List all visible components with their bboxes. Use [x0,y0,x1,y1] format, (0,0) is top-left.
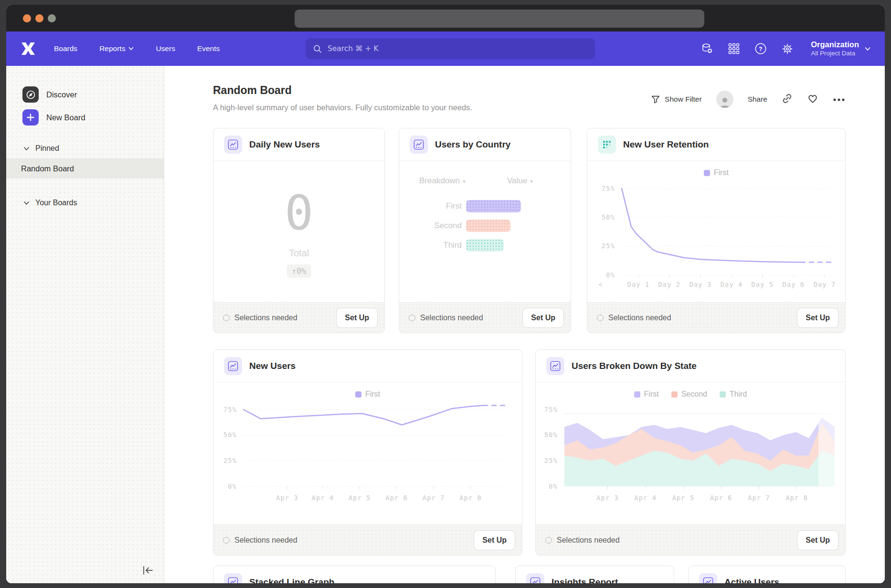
gear-icon[interactable] [781,42,794,55]
status-text: Selections needed [409,314,483,322]
insights-chart-icon [699,573,717,584]
sidebar-section-label: Your Boards [35,199,77,207]
card-users-by-country: Users by Country Breakdown▾ Value▾ First… [399,128,571,333]
board-actions: Show Filter Share [651,91,845,108]
apps-grid-icon[interactable] [728,42,740,55]
nav-reports[interactable]: Reports [99,44,134,53]
nav-events[interactable]: Events [197,44,220,53]
bar-first [466,200,521,212]
breakdown-dropdown[interactable]: Breakdown▾ [419,176,466,186]
more-options-button[interactable] [833,95,845,104]
data-settings-icon[interactable] [701,42,713,55]
sidebar-item-new-board[interactable]: New Board [6,106,164,129]
insights-chart-icon [526,573,544,584]
avatar[interactable] [716,91,733,108]
card-title: Active Users [724,577,779,584]
svg-text:50%: 50% [544,431,558,439]
card-header: New Users [213,350,522,382]
mixpanel-logo-glyph [21,42,36,55]
status-text: Selections needed [597,314,671,322]
sidebar-item-label: New Board [46,113,85,122]
card-insights-report: Insights Report [515,566,674,583]
card-footer: Selections needed Set Up [213,302,384,333]
svg-text:0%: 0% [549,483,558,490]
card-header: New User Retention [587,128,845,161]
svg-text:Day 2: Day 2 [658,281,681,288]
page-subtitle: A high-level summary of user behaviors. … [213,103,472,112]
card-daily-new-users: Daily New Users 0 Total ↑0% Selections n… [213,128,385,333]
set-up-button[interactable]: Set Up [797,530,838,550]
set-up-button[interactable]: Set Up [336,308,378,328]
sidebar-section-label: Pinned [35,144,59,153]
svg-text:25%: 25% [544,457,558,464]
link-icon [782,93,793,104]
svg-text:75%: 75% [544,406,558,413]
set-up-button[interactable]: Set Up [797,308,838,328]
search-bar[interactable] [306,38,595,59]
radio-circle-icon [409,315,415,321]
new-users-chart: 75%50%25%0%Apr 3Apr 4Apr 5Apr 6Apr 7Apr … [213,396,522,520]
nav-users[interactable]: Users [156,44,175,53]
svg-text:Day 4: Day 4 [721,281,743,288]
mixpanel-logo[interactable] [21,42,37,56]
svg-text:50%: 50% [602,213,615,221]
address-bar[interactable] [295,10,704,28]
card-header: Users Broken Down By State [536,350,845,382]
set-up-button[interactable]: Set Up [522,308,564,328]
card-title: Insights Report [552,577,618,584]
compass-icon [22,86,39,103]
country-row: Second [399,220,510,232]
search-input[interactable] [327,44,587,53]
show-filter-label: Show Filter [665,95,702,104]
org-switcher[interactable]: Organization All Project Data [811,40,870,58]
svg-text:Apr 6: Apr 6 [385,494,408,502]
card-new-users: New Users First 75%50%25%0%Apr 3Apr 4Apr… [213,349,522,556]
svg-text:Apr 3: Apr 3 [596,494,619,502]
svg-text:<: < [598,281,603,288]
card-header: Users by Country [399,128,571,161]
sidebar-item-label: Random Board [21,164,74,173]
titlebar [6,5,885,32]
sidebar-section-pinned[interactable]: Pinned [6,138,164,158]
svg-text:25%: 25% [223,457,237,464]
chevron-down-icon: ▾ [463,178,466,185]
search-icon [313,44,322,53]
status-text: Selections needed [223,314,297,322]
card-title: Stacked Line Graph [249,577,334,584]
card-title: Users by Country [435,139,510,150]
copy-link-button[interactable] [782,93,793,106]
collapse-sidebar-button[interactable] [141,563,155,578]
nav-boards[interactable]: Boards [54,44,77,53]
card-header: Insights Report [516,566,674,583]
card-title: New Users [249,361,296,371]
card-footer: Selections needed Set Up [399,302,571,333]
traffic-light-minimize[interactable] [35,14,43,22]
set-up-button[interactable]: Set Up [474,530,515,550]
sidebar-item-discover[interactable]: Discover [6,83,164,106]
card-header: Active Users [689,566,845,583]
svg-text:Day 7: Day 7 [814,281,836,288]
sidebar-item-random-board[interactable]: Random Board [6,158,164,178]
bar-third [466,239,504,252]
chevron-down-icon: ▾ [530,178,533,185]
row-label: Second [399,221,462,231]
help-icon[interactable]: ? [754,42,767,55]
delta-badge: ↑0% [287,264,311,278]
card-stacked-line-graph: Stacked Line Graph [213,566,496,583]
value-dropdown[interactable]: Value▾ [507,176,533,186]
card-footer: Selections needed Set Up [536,525,845,555]
org-name: Organization [811,40,859,50]
svg-text:Day 6: Day 6 [783,281,805,288]
sidebar-section-your-boards[interactable]: Your Boards [6,193,164,213]
favorite-button[interactable] [807,93,818,105]
app-window: Boards Reports Users Events [6,5,885,583]
share-button[interactable]: Share [748,95,767,104]
by-state-chart: 75%50%25%0%Apr 3Apr 4Apr 5Apr 6Apr 7Apr … [536,396,846,520]
svg-text:Apr 8: Apr 8 [459,494,482,502]
retention-grid-icon [598,136,616,154]
show-filter-button[interactable]: Show Filter [651,94,702,104]
svg-text:Apr 7: Apr 7 [748,494,770,502]
traffic-light-close[interactable] [23,14,31,22]
traffic-light-zoom[interactable] [48,14,56,22]
plus-icon [22,109,39,126]
